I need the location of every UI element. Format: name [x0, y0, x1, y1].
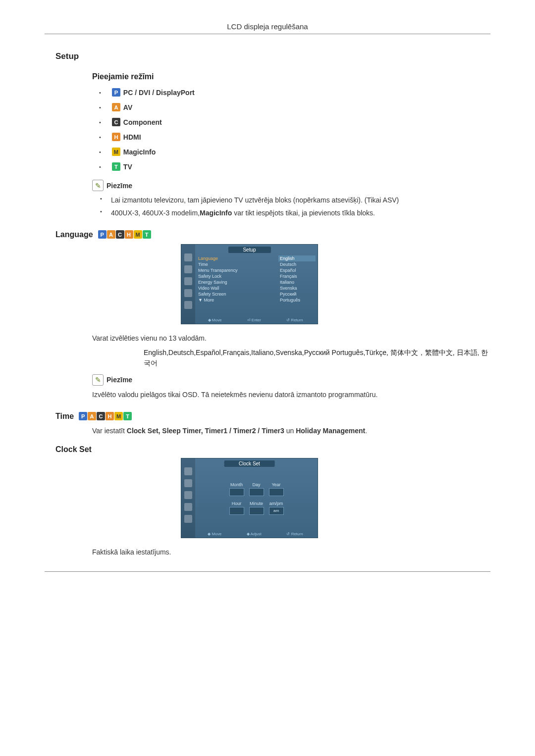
- osd-clockset-screenshot: Clock Set Month Day Year Hour Minute am/…: [181, 458, 318, 538]
- c-icon: C: [116, 230, 124, 239]
- osd-footer-item: ◆ Move: [208, 532, 221, 536]
- time-heading: Time P A C H M T: [55, 412, 490, 421]
- mode-label: Component: [123, 118, 162, 126]
- osd-option: Svenska: [278, 285, 316, 291]
- clock-label: Day: [249, 482, 264, 487]
- time-body: Var iestatīt Clock Set, Sleep Timer, Tim…: [92, 426, 490, 436]
- osd-footer-item: ↺ Return: [286, 532, 303, 536]
- mode-label: MagicInfo: [123, 148, 156, 156]
- osd-option: Deutsch: [278, 261, 316, 267]
- osd-footer-item: ◆ Move: [208, 318, 222, 322]
- divider-bottom: [45, 571, 490, 572]
- osd-menu-item: Energy Saving: [198, 279, 273, 285]
- osd-footer-item: ⏎ Enter: [247, 318, 261, 322]
- osd-footer-item: ↺ Return: [286, 318, 303, 322]
- mode-label: TV: [123, 163, 132, 171]
- t-icon: T: [143, 230, 151, 239]
- h-icon: H: [125, 230, 133, 239]
- note-icon: ✎: [92, 180, 104, 191]
- osd-title: Setup: [228, 247, 270, 253]
- t-icon: T: [112, 162, 120, 171]
- clockset-body: Faktiskā laika iestatījums.: [92, 547, 490, 557]
- modes-heading: Pieejamie režīmi: [92, 72, 490, 81]
- h-icon: H: [106, 412, 114, 420]
- c-icon: C: [112, 118, 120, 126]
- mode-item: PPC / DVI / DisplayPort: [99, 88, 490, 97]
- osd-menu-item: Safety Lock: [198, 273, 273, 279]
- clockset-heading: Clock Set: [55, 445, 490, 454]
- page-header: LCD displeja regulēšana: [45, 22, 490, 31]
- language-heading: Language P A C H M T: [55, 230, 490, 239]
- language-list: English,Deutsch,Español,Français,Italian…: [144, 348, 490, 368]
- osd-menu-item: Time: [198, 261, 273, 267]
- mode-label: PC / DVI / DisplayPort: [123, 89, 195, 97]
- clock-label: Month: [229, 482, 244, 487]
- note-item: Lai izmantotu televizoru, tam jāpievieno…: [100, 195, 490, 205]
- osd-menu-item: ▼ More: [198, 297, 273, 303]
- osd-menu-item: Safety Screen: [198, 291, 273, 297]
- mode-label: HDMI: [123, 133, 141, 141]
- clock-label: am/pm: [269, 501, 284, 506]
- language-title-text: Language: [55, 230, 93, 239]
- setup-heading: Setup: [55, 51, 490, 61]
- osd-option: English: [278, 255, 316, 261]
- osd-option: Español: [278, 267, 316, 273]
- osd-option: Italiano: [278, 279, 316, 285]
- a-icon: A: [88, 412, 96, 420]
- time-title-text: Time: [55, 412, 74, 421]
- osd-option: Português: [278, 297, 316, 303]
- note-label: Piezīme: [107, 376, 132, 384]
- setup-notes: Lai izmantotu televizoru, tam jāpievieno…: [100, 195, 490, 218]
- note-icon: ✎: [92, 374, 104, 386]
- p-icon: P: [79, 412, 87, 420]
- a-icon: A: [107, 230, 115, 239]
- note-item: 400UX-3, 460UX-3 modelim,MagicInfo var t…: [100, 208, 490, 218]
- language-note-body: Izvēlēto valodu pielāgos tikai OSD. Tā n…: [92, 390, 490, 400]
- osd-footer-item: ◆ Adjust: [247, 532, 262, 536]
- m-icon: M: [112, 148, 120, 156]
- mode-label: AV: [123, 103, 132, 111]
- clock-label: Hour: [229, 501, 244, 506]
- mode-item: MMagicInfo: [99, 148, 490, 156]
- h-icon: H: [112, 133, 120, 141]
- m-icon: M: [134, 230, 142, 239]
- c-icon: C: [97, 412, 105, 420]
- osd-menu-item: Menu Transparency: [198, 267, 273, 273]
- osd-menu-item: Video Wall: [198, 285, 273, 291]
- divider-top: [45, 34, 490, 34]
- osd-title: Clock Set: [224, 460, 275, 467]
- a-icon: A: [112, 103, 120, 111]
- note-label: Piezīme: [107, 182, 132, 190]
- mode-item: CComponent: [99, 118, 490, 126]
- m-icon: M: [114, 412, 123, 420]
- modes-list: PPC / DVI / DisplayPort AAV CComponent H…: [99, 88, 490, 171]
- clock-label: Year: [269, 482, 284, 487]
- osd-menu-item: Language: [198, 255, 273, 261]
- osd-option: Français: [278, 273, 316, 279]
- icon-strip: P A C H M T: [98, 230, 151, 239]
- osd-option: Русский: [278, 291, 316, 297]
- mode-item: TTV: [99, 162, 490, 171]
- p-icon: P: [98, 230, 107, 239]
- icon-strip: P A C H M T: [79, 412, 132, 420]
- osd-setup-screenshot: Setup Language Time Menu Transparency Sa…: [181, 244, 318, 324]
- mode-item: AAV: [99, 103, 490, 111]
- clock-label: Minute: [249, 501, 264, 506]
- language-body: Varat izvēlēties vienu no 13 valodām.: [92, 333, 490, 344]
- mode-item: HHDMI: [99, 133, 490, 141]
- t-icon: T: [123, 412, 132, 420]
- p-icon: P: [112, 88, 120, 97]
